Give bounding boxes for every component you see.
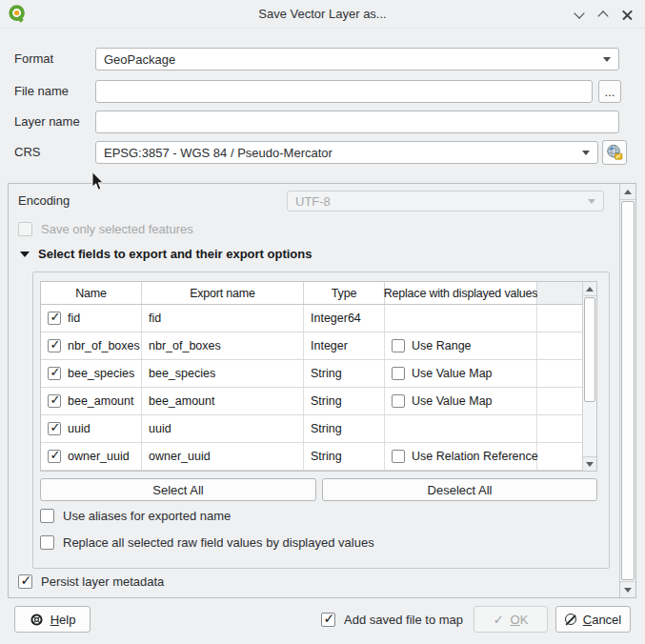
scroll-up-icon[interactable] bbox=[620, 184, 635, 200]
field-export-name[interactable]: bee_amount bbox=[142, 388, 304, 414]
field-name: nbr_of_boxes bbox=[68, 339, 140, 352]
options-scrollbar[interactable] bbox=[619, 184, 635, 597]
add-saved-file-label: Add saved file to map bbox=[344, 613, 463, 627]
chevron-down-icon bbox=[588, 199, 595, 204]
field-type: String bbox=[304, 360, 385, 387]
field-option-cell: Use Range bbox=[385, 332, 537, 359]
options-scrollbar-thumb[interactable] bbox=[621, 201, 635, 580]
use-value-map-checkbox[interactable] bbox=[392, 367, 405, 380]
add-saved-file-row: Add saved file to map bbox=[321, 613, 463, 627]
encoding-label: Encoding bbox=[18, 190, 70, 212]
use-aliases-checkbox[interactable] bbox=[40, 509, 54, 523]
deselect-all-label: Deselect All bbox=[428, 483, 493, 497]
field-name: bee_species bbox=[68, 367, 134, 380]
field-name: bee_amount bbox=[68, 394, 134, 408]
file-name-label: File name bbox=[14, 80, 69, 103]
cancel-button[interactable]: Cancel bbox=[555, 606, 631, 633]
format-label: Format bbox=[14, 48, 53, 70]
field-export-name[interactable]: fid bbox=[142, 305, 304, 332]
filler-cell bbox=[537, 415, 582, 442]
persist-metadata-checkbox[interactable] bbox=[18, 574, 32, 589]
replace-raw-checkbox[interactable] bbox=[40, 535, 54, 550]
col-header-export-name[interactable]: Export name bbox=[142, 282, 304, 304]
use-aliases-label: Use aliases for exported name bbox=[63, 509, 231, 523]
encoding-value: UTF-8 bbox=[295, 194, 331, 209]
table-row[interactable]: uuid uuid String bbox=[41, 415, 582, 443]
minimize-icon[interactable] bbox=[574, 9, 586, 21]
file-name-input[interactable] bbox=[95, 80, 593, 103]
help-button[interactable]: Help bbox=[14, 606, 91, 633]
field-option-cell: Use Relation Reference bbox=[385, 443, 537, 470]
field-export-name[interactable]: uuid bbox=[142, 415, 304, 442]
col-header-name[interactable]: Name bbox=[41, 282, 142, 304]
field-export-name[interactable]: bee_species bbox=[142, 360, 304, 387]
table-scrollbar-thumb[interactable] bbox=[584, 297, 595, 402]
field-option-cell bbox=[385, 415, 537, 442]
use-relation-reference-checkbox[interactable] bbox=[392, 450, 405, 463]
field-type: String bbox=[304, 415, 385, 442]
crs-select[interactable]: EPSG:3857 - WGS 84 / Pseudo-Mercator bbox=[95, 141, 598, 164]
browse-button[interactable]: ... bbox=[598, 80, 621, 103]
field-checkbox[interactable] bbox=[48, 450, 61, 463]
field-checkbox[interactable] bbox=[48, 339, 61, 352]
add-saved-file-checkbox[interactable] bbox=[321, 613, 335, 627]
field-option-cell: Use Value Map bbox=[385, 388, 537, 414]
field-checkbox[interactable] bbox=[48, 312, 61, 325]
use-value-map-checkbox[interactable] bbox=[392, 394, 405, 408]
table-row[interactable]: bee_species bee_species String Use Value… bbox=[41, 360, 582, 388]
use-aliases-row: Use aliases for exported name bbox=[40, 509, 231, 523]
persist-metadata-row: Persist layer metadata bbox=[18, 574, 164, 589]
scroll-down-icon[interactable] bbox=[583, 456, 596, 471]
close-icon[interactable] bbox=[621, 9, 634, 21]
table-scrollbar[interactable] bbox=[582, 282, 596, 471]
filler-cell bbox=[537, 360, 582, 387]
select-all-label: Select All bbox=[152, 483, 203, 497]
ok-button[interactable]: ✓ OK bbox=[474, 606, 548, 633]
cancel-label: Cancel bbox=[583, 613, 621, 627]
table-row[interactable]: owner_uuid owner_uuid String Use Relatio… bbox=[41, 443, 582, 471]
field-checkbox[interactable] bbox=[48, 367, 61, 380]
field-type: Integer bbox=[304, 332, 385, 359]
field-name: uuid bbox=[68, 422, 91, 435]
field-type: Integer64 bbox=[304, 305, 385, 332]
field-option-label: Use Value Map bbox=[412, 394, 493, 408]
titlebar: Save Vector Layer as... bbox=[0, 0, 645, 29]
field-export-name[interactable]: owner_uuid bbox=[142, 443, 304, 470]
format-select[interactable]: GeoPackage bbox=[95, 48, 619, 70]
maximize-icon[interactable] bbox=[597, 9, 610, 21]
col-header-type[interactable]: Type bbox=[304, 282, 385, 304]
field-checkbox[interactable] bbox=[48, 394, 61, 408]
layer-name-label: Layer name bbox=[14, 111, 80, 133]
ok-label: OK bbox=[511, 613, 529, 627]
filler-cell bbox=[537, 443, 582, 470]
field-checkbox[interactable] bbox=[48, 422, 61, 435]
crs-label: CRS bbox=[14, 141, 40, 164]
layer-name-input[interactable] bbox=[95, 111, 619, 133]
table-row[interactable]: nbr_of_boxes nbr_of_boxes Integer Use Ra… bbox=[41, 332, 582, 360]
field-type: String bbox=[304, 388, 385, 414]
table-row[interactable]: bee_amount bee_amount String Use Value M… bbox=[41, 388, 582, 415]
col-header-replace[interactable]: Replace with displayed values bbox=[385, 282, 537, 304]
crs-picker-button[interactable] bbox=[602, 140, 627, 165]
save-only-selected-row: Save only selected features bbox=[18, 222, 193, 236]
replace-raw-label: Replace all selected raw field values by… bbox=[63, 535, 374, 550]
scroll-down-icon[interactable] bbox=[620, 581, 635, 597]
scroll-up-icon[interactable] bbox=[583, 282, 596, 296]
format-value: GeoPackage bbox=[104, 52, 175, 67]
fields-section-header[interactable]: Select fields to export and their export… bbox=[20, 247, 312, 261]
deselect-all-button[interactable]: Deselect All bbox=[322, 478, 597, 501]
select-all-button[interactable]: Select All bbox=[40, 478, 316, 501]
use-range-checkbox[interactable] bbox=[392, 339, 405, 352]
globe-edit-icon bbox=[605, 143, 624, 162]
window-title: Save Vector Layer as... bbox=[0, 7, 645, 21]
field-option-cell: Use Value Map bbox=[385, 360, 537, 387]
table-row[interactable]: fid fid Integer64 bbox=[41, 305, 582, 332]
save-vector-layer-dialog: Save Vector Layer as... Format GeoPackag… bbox=[0, 0, 645, 644]
col-header-filler bbox=[537, 282, 582, 304]
help-lifebuoy-icon bbox=[30, 613, 44, 627]
options-scroll-area: Encoding UTF-8 Save only selected featur… bbox=[8, 183, 636, 598]
replace-raw-row: Replace all selected raw field values by… bbox=[40, 535, 374, 550]
fields-table: Name Export name Type Replace with displ… bbox=[40, 281, 597, 472]
field-export-name[interactable]: nbr_of_boxes bbox=[142, 332, 304, 359]
field-type: String bbox=[304, 443, 385, 470]
